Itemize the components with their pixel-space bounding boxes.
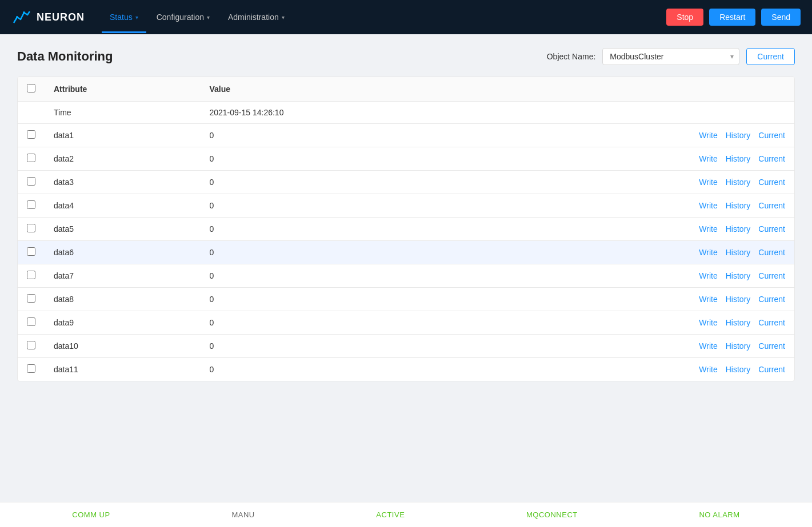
write-link-data8[interactable]: Write	[699, 295, 717, 304]
row-checkbox-data7[interactable]	[27, 271, 35, 279]
row-attribute-data9: data9	[45, 311, 200, 335]
row-checkbox-cell-data9	[18, 311, 45, 335]
object-name-select[interactable]: ModbusCluster	[602, 48, 739, 65]
row-actions-data2: Write History Current	[479, 147, 794, 171]
write-link-data6[interactable]: Write	[699, 248, 717, 257]
svg-point-0	[16, 16, 18, 18]
svg-point-1	[23, 11, 25, 14]
table-row: data9 0 Write History Current	[18, 311, 794, 335]
object-name-select-wrapper: ModbusCluster	[602, 48, 739, 65]
history-link-data3[interactable]: History	[726, 178, 751, 187]
row-value-data8: 0	[200, 288, 479, 311]
row-checkbox-data3[interactable]	[27, 177, 35, 186]
row-checkbox-cell-data4	[18, 194, 45, 218]
row-checkbox-data9[interactable]	[27, 317, 35, 326]
history-link-data9[interactable]: History	[726, 318, 751, 327]
select-all-checkbox[interactable]	[27, 84, 35, 92]
current-link-data5[interactable]: Current	[758, 224, 785, 234]
logo-text: NEURON	[37, 11, 85, 23]
current-link-data9[interactable]: Current	[758, 318, 785, 327]
history-link-data5[interactable]: History	[726, 224, 751, 234]
write-link-data3[interactable]: Write	[699, 178, 717, 187]
logo: NEURON	[11, 7, 85, 27]
header-value: Value	[200, 77, 479, 102]
row-attribute-data2: data2	[45, 147, 200, 171]
row-checkbox-cell-data7	[18, 264, 45, 288]
row-checkbox-data5[interactable]	[27, 224, 35, 232]
row-checkbox-cell-data11	[18, 358, 45, 381]
write-link-data2[interactable]: Write	[699, 154, 717, 163]
row-checkbox-data6[interactable]	[27, 247, 35, 256]
table-row: data4 0 Write History Current	[18, 194, 794, 218]
row-attribute-data10: data10	[45, 335, 200, 358]
current-link-data1[interactable]: Current	[758, 131, 785, 140]
row-checkbox-data8[interactable]	[27, 294, 35, 303]
current-link-data7[interactable]: Current	[758, 271, 785, 280]
row-value-data4: 0	[200, 194, 479, 218]
row-value-data7: 0	[200, 264, 479, 288]
table-header: Attribute Value	[18, 77, 794, 102]
row-checkbox-cell-data10	[18, 335, 45, 358]
current-link-data11[interactable]: Current	[758, 365, 785, 374]
history-link-data1[interactable]: History	[726, 131, 751, 140]
table-row: data6 0 Write History Current	[18, 241, 794, 264]
status-active: ACTIVE	[376, 510, 405, 519]
current-link-data10[interactable]: Current	[758, 341, 785, 351]
row-attribute-data1: data1	[45, 124, 200, 147]
history-link-data2[interactable]: History	[726, 154, 751, 163]
nav-item-administration[interactable]: Administration ▾	[220, 8, 293, 26]
neuron-logo-icon	[11, 7, 32, 27]
row-actions-data8: Write History Current	[479, 288, 794, 311]
row-attribute-data3: data3	[45, 171, 200, 194]
current-link-data2[interactable]: Current	[758, 154, 785, 163]
current-link-data3[interactable]: Current	[758, 178, 785, 187]
write-link-data1[interactable]: Write	[699, 131, 717, 140]
history-link-data10[interactable]: History	[726, 341, 751, 351]
row-attribute-data4: data4	[45, 194, 200, 218]
table-row: data11 0 Write History Current	[18, 358, 794, 381]
row-value-data11: 0	[200, 358, 479, 381]
row-actions-data7: Write History Current	[479, 264, 794, 288]
row-value-data9: 0	[200, 311, 479, 335]
stop-button[interactable]: Stop	[666, 9, 703, 26]
current-link-data8[interactable]: Current	[758, 295, 785, 304]
table-body: Time 2021-09-15 14:26:10 data1 0 Write H…	[18, 102, 794, 381]
row-checkbox-data11[interactable]	[27, 364, 35, 373]
restart-button[interactable]: Restart	[709, 9, 755, 26]
row-checkbox-data4[interactable]	[27, 200, 35, 209]
write-link-data4[interactable]: Write	[699, 201, 717, 210]
nav-actions: Stop Restart Send	[666, 9, 801, 26]
write-link-data11[interactable]: Write	[699, 365, 717, 374]
history-link-data11[interactable]: History	[726, 365, 751, 374]
nav-item-configuration[interactable]: Configuration ▾	[149, 8, 218, 26]
history-link-data8[interactable]: History	[726, 295, 751, 304]
current-link-data4[interactable]: Current	[758, 201, 785, 210]
row-checkbox-data1[interactable]	[27, 130, 35, 139]
current-button[interactable]: Current	[746, 48, 795, 65]
header-checkbox-cell	[18, 77, 45, 102]
nav-item-status[interactable]: Status ▾	[102, 8, 146, 26]
history-link-data4[interactable]: History	[726, 201, 751, 210]
chevron-down-icon: ▾	[207, 14, 210, 21]
send-button[interactable]: Send	[761, 9, 801, 26]
footer-status: COMM UP MANU ACTIVE MQCONNECT NO ALARM	[0, 502, 812, 527]
navbar: NEURON Status ▾ Configuration ▾ Administ…	[0, 0, 812, 34]
write-link-data10[interactable]: Write	[699, 341, 717, 351]
row-checkbox-data2[interactable]	[27, 154, 35, 162]
row-value-data3: 0	[200, 171, 479, 194]
history-link-data6[interactable]: History	[726, 248, 751, 257]
row-checkbox-data10[interactable]	[27, 341, 35, 349]
chevron-down-icon: ▾	[282, 14, 285, 21]
write-link-data9[interactable]: Write	[699, 318, 717, 327]
status-no-alarm: NO ALARM	[699, 510, 739, 519]
row-actions-data6: Write History Current	[479, 241, 794, 264]
status-manu: MANU	[231, 510, 254, 519]
row-actions-data4: Write History Current	[479, 194, 794, 218]
row-value-data5: 0	[200, 218, 479, 241]
page-header: Data Monitoring Object Name: ModbusClust…	[17, 48, 795, 65]
history-link-data7[interactable]: History	[726, 271, 751, 280]
current-link-data6[interactable]: Current	[758, 248, 785, 257]
write-link-data7[interactable]: Write	[699, 271, 717, 280]
row-actions-data10: Write History Current	[479, 335, 794, 358]
write-link-data5[interactable]: Write	[699, 224, 717, 234]
